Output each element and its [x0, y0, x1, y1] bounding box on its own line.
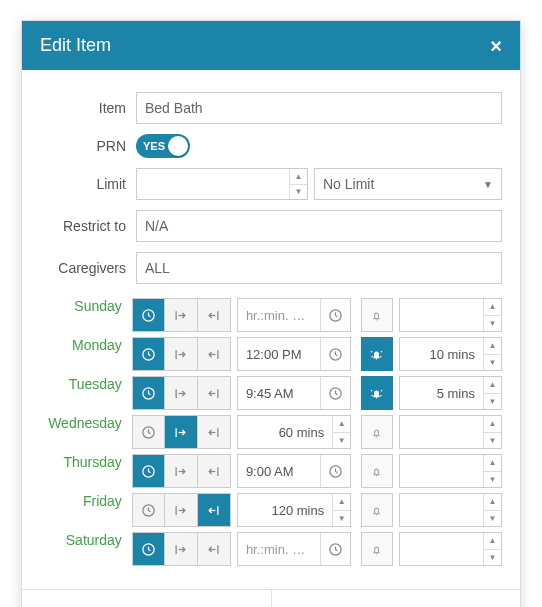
chevron-down-icon[interactable]: ▼ — [484, 511, 501, 527]
clock-icon[interactable] — [320, 299, 350, 331]
arrow-back-icon[interactable] — [198, 299, 230, 331]
alert-spinner[interactable]: ▲▼ — [483, 377, 501, 409]
clock-icon[interactable] — [320, 377, 350, 409]
time-input[interactable]: 60 mins▲▼ — [237, 415, 351, 449]
caregivers-input[interactable]: ALL — [136, 252, 502, 284]
day-row-friday: Friday120 mins▲▼▲▼ — [40, 493, 502, 527]
alert-value-input[interactable]: 10 mins▲▼ — [399, 337, 502, 371]
chevron-up-icon[interactable]: ▲ — [333, 416, 350, 433]
chevron-down-icon[interactable]: ▼ — [333, 433, 350, 449]
bell-icon[interactable] — [361, 493, 393, 527]
time-input[interactable]: 9:00 AM — [237, 454, 351, 488]
day-row-saturday: Saturdayhr.:min. …▲▼ — [40, 532, 502, 566]
limit-number-input[interactable]: ▲ ▼ — [136, 168, 308, 200]
day-label: Sunday — [40, 298, 132, 332]
chevron-up-icon[interactable]: ▲ — [484, 533, 501, 550]
chevron-up-icon[interactable]: ▲ — [333, 494, 350, 511]
time-spinner[interactable]: ▲▼ — [332, 416, 350, 448]
row-prn: PRN YES — [40, 134, 502, 158]
time-input[interactable]: hr.:min. … — [237, 532, 351, 566]
arrow-back-icon[interactable] — [198, 455, 230, 487]
chevron-down-icon[interactable]: ▼ — [290, 185, 307, 200]
arrow-forward-icon[interactable] — [165, 494, 197, 526]
prn-toggle[interactable]: YES — [136, 134, 190, 158]
clock-icon[interactable] — [320, 455, 350, 487]
chevron-down-icon[interactable]: ▼ — [484, 394, 501, 410]
day-label: Tuesday — [40, 376, 132, 410]
arrow-back-icon[interactable] — [198, 377, 230, 409]
alert-value-input[interactable]: ▲▼ — [399, 415, 502, 449]
clock-icon[interactable] — [133, 299, 165, 331]
chevron-down-icon[interactable]: ▼ — [484, 316, 501, 332]
alert-spinner[interactable]: ▲▼ — [483, 494, 501, 526]
chevron-up-icon[interactable]: ▲ — [484, 416, 501, 433]
chevron-up-icon[interactable]: ▲ — [484, 299, 501, 316]
day-label: Friday — [40, 493, 132, 527]
time-input[interactable]: 12:00 PM — [237, 337, 351, 371]
alert-spinner[interactable]: ▲▼ — [483, 338, 501, 370]
time-input[interactable]: 9:45 AM — [237, 376, 351, 410]
arrow-forward-icon[interactable] — [165, 338, 197, 370]
clock-icon[interactable] — [320, 338, 350, 370]
day-row-wednesday: Wednesday60 mins▲▼▲▼ — [40, 415, 502, 449]
arrow-back-icon[interactable] — [198, 494, 230, 526]
arrow-back-icon[interactable] — [198, 416, 230, 448]
chevron-down-icon[interactable]: ▼ — [484, 355, 501, 371]
clock-icon[interactable] — [133, 455, 165, 487]
chevron-down-icon[interactable]: ▼ — [484, 550, 501, 566]
bell-icon[interactable] — [361, 298, 393, 332]
close-icon[interactable]: × — [490, 36, 502, 56]
arrow-back-icon[interactable] — [198, 533, 230, 565]
clock-icon[interactable] — [133, 533, 165, 565]
alert-spinner[interactable]: ▲▼ — [483, 455, 501, 487]
chevron-down-icon[interactable]: ▼ — [333, 511, 350, 527]
chevron-down-icon: ▼ — [483, 179, 493, 190]
clock-icon[interactable] — [133, 338, 165, 370]
arrow-forward-icon[interactable] — [165, 377, 197, 409]
alert-value-input[interactable]: ▲▼ — [399, 532, 502, 566]
edit-item-modal: Edit Item × Item Bed Bath PRN YES Limit … — [21, 20, 521, 607]
chevron-up-icon[interactable]: ▲ — [290, 169, 307, 185]
restrict-input[interactable]: N/A — [136, 210, 502, 242]
arrow-forward-icon[interactable] — [165, 416, 197, 448]
alert-value-input[interactable]: ▲▼ — [399, 298, 502, 332]
alert-value-input[interactable]: 5 mins▲▼ — [399, 376, 502, 410]
time-input[interactable]: hr.:min. … — [237, 298, 351, 332]
clock-icon[interactable] — [133, 377, 165, 409]
arrow-forward-icon[interactable] — [165, 533, 197, 565]
alert-spinner[interactable]: ▲▼ — [483, 533, 501, 565]
clock-icon[interactable] — [133, 416, 165, 448]
modal-footer: Save Cancel — [22, 589, 520, 607]
chevron-up-icon[interactable]: ▲ — [484, 377, 501, 394]
alert-spinner[interactable]: ▲▼ — [483, 416, 501, 448]
bell-icon[interactable] — [361, 415, 393, 449]
limit-spinner[interactable]: ▲ ▼ — [289, 169, 307, 199]
chevron-down-icon[interactable]: ▼ — [484, 472, 501, 488]
item-input[interactable]: Bed Bath — [136, 92, 502, 124]
chevron-up-icon[interactable]: ▲ — [484, 338, 501, 355]
chevron-up-icon[interactable]: ▲ — [484, 494, 501, 511]
arrow-back-icon[interactable] — [198, 338, 230, 370]
bell-icon[interactable] — [361, 337, 393, 371]
alert-spinner[interactable]: ▲▼ — [483, 299, 501, 331]
cancel-button[interactable]: Cancel — [272, 590, 521, 607]
time-spinner[interactable]: ▲▼ — [332, 494, 350, 526]
alert-value-input[interactable]: ▲▼ — [399, 454, 502, 488]
time-input[interactable]: 120 mins▲▼ — [237, 493, 351, 527]
day-row-tuesday: Tuesday9:45 AM5 mins▲▼ — [40, 376, 502, 410]
alert-value-input[interactable]: ▲▼ — [399, 493, 502, 527]
bell-icon[interactable] — [361, 532, 393, 566]
arrow-forward-icon[interactable] — [165, 299, 197, 331]
clock-icon[interactable] — [320, 533, 350, 565]
bell-icon[interactable] — [361, 376, 393, 410]
row-item: Item Bed Bath — [40, 92, 502, 124]
arrow-forward-icon[interactable] — [165, 455, 197, 487]
chevron-up-icon[interactable]: ▲ — [484, 455, 501, 472]
bell-icon[interactable] — [361, 454, 393, 488]
mode-group — [132, 493, 231, 527]
chevron-down-icon[interactable]: ▼ — [484, 433, 501, 449]
save-button[interactable]: Save — [22, 590, 272, 607]
clock-icon[interactable] — [133, 494, 165, 526]
limit-select[interactable]: No Limit ▼ — [314, 168, 502, 200]
label-restrict: Restrict to — [40, 218, 136, 234]
